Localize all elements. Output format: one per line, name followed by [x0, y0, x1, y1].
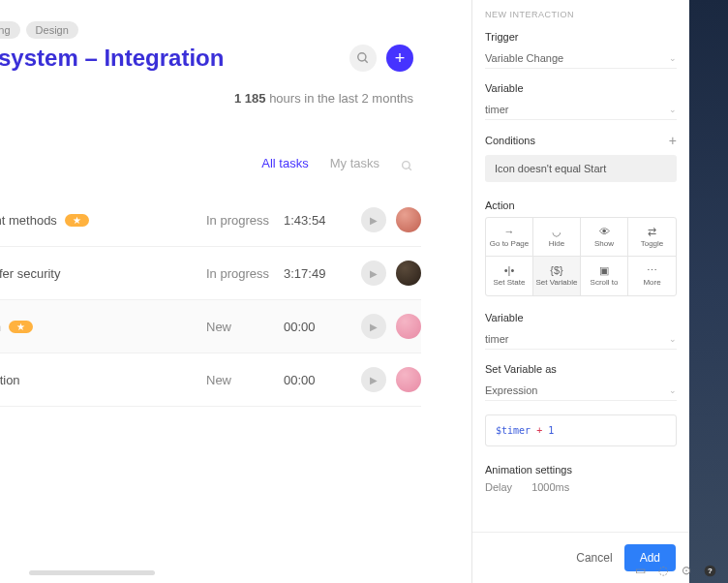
avatar[interactable]	[396, 207, 421, 232]
task-row[interactable]: transfer securityIn progress3:17:49▶	[0, 247, 421, 300]
trigger-value: Variable Change	[485, 52, 563, 64]
accessibility-icon[interactable]: ◌	[656, 564, 670, 577]
add-button[interactable]: +	[386, 45, 413, 72]
action-grid: →Go to Page◡Hide👁Show⇄Toggle•|•Set State…	[485, 217, 677, 296]
tab-my-tasks[interactable]: My tasks	[330, 156, 379, 178]
action-hide[interactable]: ◡Hide	[533, 218, 581, 257]
anim-label: Animation settings	[485, 464, 677, 476]
action-label: Show	[594, 240, 614, 248]
svg-line-3	[409, 168, 411, 170]
svg-text:?: ?	[708, 567, 713, 575]
action-more[interactable]: ⋯More	[628, 257, 676, 295]
conditions-header: Conditions +	[485, 134, 677, 147]
expression-input[interactable]: $timer + 1	[485, 414, 677, 446]
add-condition-button[interactable]: +	[669, 134, 677, 147]
action-label: Set State	[494, 279, 526, 287]
chevron-down-icon: ⌄	[669, 385, 677, 395]
action-icon: ⇄	[648, 227, 656, 237]
chevron-down-icon: ⌄	[669, 105, 677, 114]
play-button[interactable]: ▶	[361, 314, 386, 339]
variable-select[interactable]: timer ⌄	[485, 100, 677, 120]
play-button[interactable]: ▶	[361, 367, 386, 392]
avatar[interactable]	[396, 314, 421, 339]
task-list: yment methods★In progress1:43:54▶transfe…	[0, 194, 471, 407]
conditions-label: Conditions	[485, 135, 535, 146]
status-bar: ▭ ◌ ⊙ ?	[633, 564, 716, 577]
star-badge: ★	[9, 321, 33, 333]
action-scroll-to[interactable]: ▣Scroll to	[581, 257, 628, 295]
trigger-select[interactable]: Variable Change ⌄	[485, 48, 677, 69]
task-name: yment methods	[0, 213, 57, 228]
action-label: Set Variable	[536, 279, 578, 287]
title-row: ts system – Integration +	[0, 45, 471, 72]
task-row[interactable]: tegrationNew00:00▶	[0, 353, 421, 407]
display-icon[interactable]: ▭	[633, 564, 647, 577]
horizontal-scrollbar[interactable]	[29, 570, 155, 575]
avatar[interactable]	[396, 261, 421, 286]
page-title: ts system – Integration	[0, 45, 224, 72]
task-status: New	[206, 373, 284, 387]
delay-value[interactable]: 1000ms	[531, 481, 569, 493]
main-panel: eering Design ts system – Integration + …	[0, 0, 471, 583]
task-status: In progress	[206, 213, 284, 228]
svg-point-0	[358, 53, 366, 61]
action-icon: ◡	[552, 227, 561, 237]
target-icon[interactable]: ⊙	[680, 564, 693, 577]
variable2-select[interactable]: timer ⌄	[485, 329, 677, 350]
interaction-panel-content: New Interaction Trigger Variable Change …	[472, 0, 689, 532]
variable2-value: timer	[485, 333, 508, 345]
star-badge: ★	[65, 214, 89, 227]
task-name: tegration	[0, 373, 20, 387]
action-toggle[interactable]: ⇄Toggle	[628, 218, 676, 257]
task-title: esign★	[0, 320, 206, 334]
tab-search-button[interactable]	[401, 160, 413, 175]
play-button[interactable]: ▶	[361, 261, 386, 286]
condition-item[interactable]: Icon doesn't equal Start	[485, 155, 677, 182]
action-go-to-page[interactable]: →Go to Page	[486, 218, 533, 257]
setvar-label: Set Variable as	[485, 363, 677, 375]
summary: 1 185 hours in the last 2 months	[0, 91, 471, 106]
action-icon: →	[504, 227, 515, 237]
tag[interactable]: eering	[0, 21, 20, 39]
trigger-label: Trigger	[485, 31, 677, 43]
task-time: 3:17:49	[284, 266, 351, 281]
action-icon: •|•	[504, 265, 515, 276]
plus-icon: +	[395, 48, 406, 69]
setvar-type-select[interactable]: Expression ⌄	[485, 381, 677, 401]
action-show[interactable]: 👁Show	[581, 218, 628, 257]
action-icon: 👁	[599, 227, 610, 237]
task-title: yment methods★	[0, 213, 206, 228]
expr-op: +	[536, 425, 542, 436]
action-icon: {$}	[550, 265, 562, 276]
task-status: In progress	[206, 266, 284, 281]
avatar[interactable]	[396, 367, 421, 392]
variable2-label: Variable	[485, 312, 677, 323]
expr-lit: 1	[548, 425, 554, 436]
tabs-row: All tasks My tasks	[0, 156, 471, 178]
chevron-down-icon: ⌄	[669, 334, 677, 344]
search-icon	[401, 160, 413, 172]
panel-heading: New Interaction	[485, 10, 677, 19]
variable-label: Variable	[485, 82, 677, 94]
search-button[interactable]	[349, 45, 377, 72]
action-label: Go to Page	[490, 240, 529, 248]
action-label: Action	[485, 199, 677, 211]
play-button[interactable]: ▶	[361, 207, 386, 232]
anim-row: Delay 1000ms	[485, 481, 677, 493]
tag-list: eering Design	[0, 0, 471, 45]
cancel-button[interactable]: Cancel	[576, 551, 612, 565]
tag[interactable]: Design	[26, 21, 78, 39]
action-set-state[interactable]: •|•Set State	[486, 257, 533, 295]
search-icon	[356, 51, 370, 65]
task-time: 00:00	[284, 320, 351, 334]
action-label: Scroll to	[591, 279, 619, 287]
tab-all-tasks[interactable]: All tasks	[261, 156, 308, 178]
help-icon[interactable]: ?	[703, 564, 716, 577]
task-row[interactable]: yment methods★In progress1:43:54▶	[0, 194, 421, 247]
task-time: 1:43:54	[284, 213, 351, 228]
task-name: esign	[0, 320, 1, 334]
chevron-down-icon: ⌄	[669, 53, 677, 63]
variable-value: timer	[485, 104, 508, 115]
task-row[interactable]: esign★New00:00▶	[0, 300, 421, 353]
action-set-variable[interactable]: {$}Set Variable	[533, 257, 581, 295]
